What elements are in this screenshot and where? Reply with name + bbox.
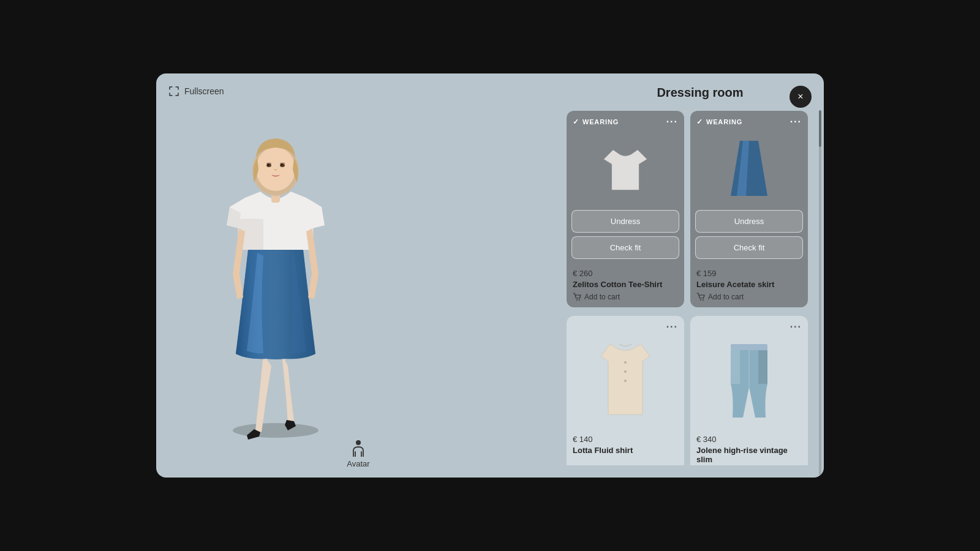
svg-point-17 bbox=[624, 380, 627, 382]
card-image-tshirt bbox=[567, 132, 684, 205]
right-panel: Dressing room × ✓ WEARING ··· bbox=[560, 73, 824, 478]
svg-point-7 bbox=[281, 164, 283, 166]
svg-point-15 bbox=[624, 361, 627, 364]
fullscreen-icon[interactable] bbox=[168, 86, 179, 97]
svg-point-11 bbox=[576, 299, 578, 301]
product-card-skirt: ✓ WEARING ··· Undress Ch bbox=[690, 111, 808, 307]
wearing-badge-tshirt: ✓ WEARING bbox=[573, 118, 619, 126]
more-dots-tshirt[interactable]: ··· bbox=[666, 117, 678, 127]
avatar-icon[interactable] bbox=[350, 440, 367, 457]
svg-rect-18 bbox=[731, 344, 767, 350]
header: Dressing room × bbox=[567, 86, 812, 100]
svg-point-12 bbox=[579, 299, 580, 301]
card-top-shirt: ··· bbox=[567, 316, 684, 332]
card-top-jeans: ··· bbox=[690, 316, 808, 332]
undress-button-skirt[interactable]: Undress bbox=[695, 210, 803, 233]
product-card-tshirt: ✓ WEARING ··· Undress Check fit bbox=[567, 111, 684, 307]
add-to-cart-label-tshirt: Add to cart bbox=[584, 293, 620, 301]
top-bar: Fullscreen bbox=[168, 86, 548, 97]
more-dots-shirt[interactable]: ··· bbox=[666, 322, 678, 332]
card-image-skirt bbox=[690, 132, 808, 205]
card-info-jeans: € 340 Jolene high-rise vintage slim bbox=[690, 430, 808, 465]
card-image-jeans bbox=[690, 332, 808, 430]
add-to-cart-label-skirt: Add to cart bbox=[708, 293, 744, 301]
undress-button-tshirt[interactable]: Undress bbox=[571, 210, 679, 233]
product-price-skirt: € 159 bbox=[696, 269, 802, 278]
scrollbar-track bbox=[819, 110, 821, 478]
product-name-tshirt: Zelitos Cotton Tee-Shirt bbox=[573, 280, 678, 289]
card-info-skirt: € 159 Leisure Acetate skirt Add to cart bbox=[690, 264, 808, 307]
product-row-wearing: ✓ WEARING ··· Undress Check fit bbox=[567, 111, 808, 307]
svg-point-6 bbox=[268, 164, 270, 166]
product-price-jeans: € 340 bbox=[696, 435, 802, 444]
add-to-cart-tshirt[interactable]: Add to cart bbox=[573, 293, 678, 301]
more-dots-jeans[interactable]: ··· bbox=[790, 322, 802, 332]
product-price-shirt: € 140 bbox=[573, 435, 678, 444]
product-name-jeans: Jolene high-rise vintage slim bbox=[696, 446, 802, 464]
product-row-not-wearing: ··· bbox=[567, 316, 808, 465]
svg-point-14 bbox=[703, 299, 704, 301]
wearing-label-skirt: WEARING bbox=[706, 118, 742, 126]
card-top-tshirt: ✓ WEARING ··· bbox=[567, 111, 684, 132]
card-actions-skirt: Undress Check fit bbox=[690, 205, 808, 264]
wearing-label-tshirt: WEARING bbox=[582, 118, 619, 126]
scrollbar-thumb[interactable] bbox=[819, 110, 821, 147]
svg-point-3 bbox=[256, 147, 295, 191]
dressing-room-modal: Fullscreen bbox=[156, 73, 824, 478]
check-icon-skirt: ✓ bbox=[696, 118, 703, 126]
avatar-panel: Fullscreen bbox=[156, 73, 560, 478]
add-to-cart-skirt[interactable]: Add to cart bbox=[696, 293, 802, 301]
close-button[interactable]: × bbox=[790, 86, 812, 108]
check-icon-tshirt: ✓ bbox=[573, 118, 579, 126]
product-name-skirt: Leisure Acetate skirt bbox=[696, 280, 802, 289]
avatar-image bbox=[168, 97, 377, 440]
check-fit-button-skirt[interactable]: Check fit bbox=[695, 236, 803, 259]
svg-point-13 bbox=[700, 299, 701, 301]
product-price-tshirt: € 260 bbox=[573, 269, 678, 278]
avatar-label: Avatar bbox=[347, 459, 369, 468]
svg-point-16 bbox=[624, 370, 627, 373]
card-top-skirt: ✓ WEARING ··· bbox=[690, 111, 808, 132]
card-image-shirt bbox=[567, 332, 684, 430]
svg-point-0 bbox=[233, 423, 318, 438]
product-card-shirt: ··· bbox=[567, 316, 684, 465]
product-name-shirt: Lotta Fluid shirt bbox=[573, 446, 678, 455]
card-info-tshirt: € 260 Zelitos Cotton Tee-Shirt Add to ca… bbox=[567, 264, 684, 307]
svg-point-8 bbox=[356, 440, 361, 445]
fullscreen-label: Fullscreen bbox=[184, 86, 224, 96]
avatar-bottom: Avatar bbox=[168, 440, 548, 478]
card-info-shirt: € 140 Lotta Fluid shirt bbox=[567, 430, 684, 465]
card-actions-tshirt: Undress Check fit bbox=[567, 205, 684, 264]
product-card-jeans: ··· bbox=[690, 316, 808, 465]
product-list: ✓ WEARING ··· Undress Check fit bbox=[567, 111, 812, 465]
dressing-room-title: Dressing room bbox=[589, 86, 812, 100]
more-dots-skirt[interactable]: ··· bbox=[790, 117, 802, 127]
wearing-badge-skirt: ✓ WEARING bbox=[696, 118, 742, 126]
check-fit-button-tshirt[interactable]: Check fit bbox=[571, 236, 679, 259]
